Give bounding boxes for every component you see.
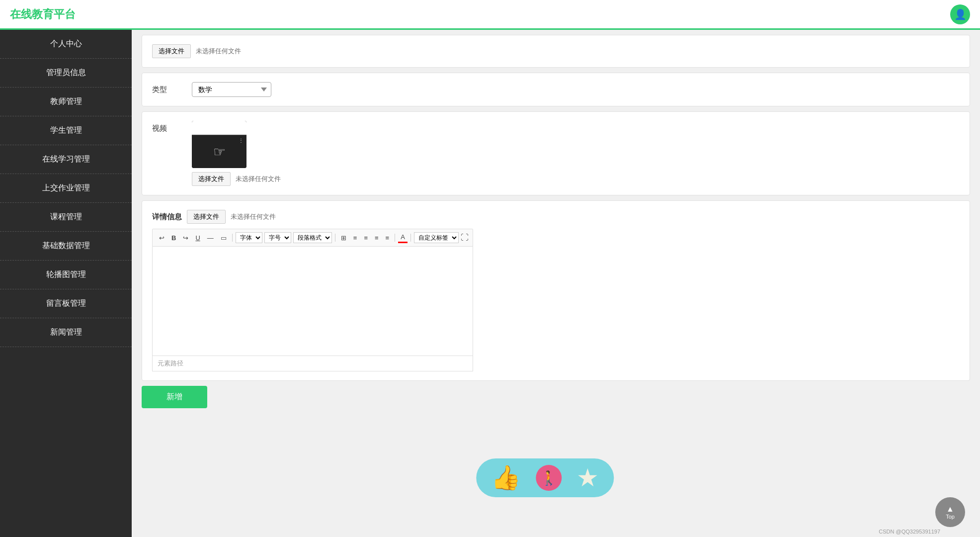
choose-file-button[interactable]: 选择文件 (152, 44, 191, 58)
choose-detail-file-button[interactable]: 选择文件 (187, 210, 226, 224)
font-color-button[interactable]: A (398, 232, 408, 243)
video-row: 视频 ⋮ ☞ 选择文件 未选择任何文件 (142, 111, 970, 195)
sidebar: 个人中心 管理员信息 教师管理 学生管理 在线学习管理 上交作业管理 课程管理 … (0, 30, 132, 537)
align-center-button[interactable]: ≡ (361, 233, 370, 243)
undo-button[interactable]: ↩ (157, 233, 167, 243)
sidebar-item-news[interactable]: 新闻管理 (0, 318, 132, 347)
bold-button[interactable]: B (169, 233, 178, 243)
video-main: ⋮ ☞ (192, 136, 246, 168)
paragraph-select[interactable]: 段落格式 (293, 232, 332, 243)
toolbar-right: ⛶ (461, 233, 469, 242)
sidebar-item-personal-center[interactable]: 个人中心 (0, 30, 132, 59)
submit-button[interactable]: 新增 (142, 386, 207, 408)
choose-video-button[interactable]: 选择文件 (192, 172, 231, 186)
underline-button[interactable]: U (193, 233, 202, 243)
type-content: 数学 语文 英语 物理 化学 (192, 82, 960, 97)
reaction-bar: 👍 🚶 ★ (476, 458, 614, 497)
video-content: ⋮ ☞ 选择文件 未选择任何文件 (192, 121, 281, 186)
no-file-label: 未选择任何文件 (196, 47, 241, 56)
toolbar-sep4 (410, 234, 411, 242)
thumbs-up-icon[interactable]: 👍 (491, 464, 521, 492)
align-left-button[interactable]: ≡ (351, 233, 360, 243)
star-icon[interactable]: ★ (576, 463, 599, 492)
type-select[interactable]: 数学 语文 英语 物理 化学 (192, 82, 271, 97)
video-preview: ⋮ ☞ (192, 121, 246, 168)
sidebar-item-teacher-management[interactable]: 教师管理 (0, 88, 132, 116)
sidebar-item-admin-info[interactable]: 管理员信息 (0, 59, 132, 88)
redo-button[interactable]: ↪ (180, 233, 191, 243)
video-file-controls: 选择文件 未选择任何文件 (192, 172, 281, 186)
cursor-icon: ☞ (213, 144, 226, 160)
toolbar-sep2 (335, 234, 335, 242)
sidebar-item-homework[interactable]: 上交作业管理 (0, 174, 132, 203)
video-no-file-label: 未选择任何文件 (236, 175, 281, 183)
custom-mark-select[interactable]: 自定义标签 (414, 232, 459, 243)
file-upload-content: 选择文件 未选择任何文件 (152, 44, 960, 58)
align-right-button[interactable]: ≡ (372, 233, 381, 243)
toolbar-sep3 (395, 234, 395, 242)
back-to-top-arrow: ▲ (946, 505, 954, 514)
app-title: 在线教育平台 (10, 7, 76, 22)
person-icon[interactable]: 🚶 (536, 465, 562, 491)
sidebar-item-course[interactable]: 课程管理 (0, 203, 132, 232)
dash-button[interactable]: — (205, 233, 216, 243)
sidebar-item-online-study[interactable]: 在线学习管理 (0, 145, 132, 174)
page-break-button[interactable]: ▭ (218, 233, 229, 243)
type-row: 类型 数学 语文 英语 物理 化学 (142, 73, 970, 106)
detail-row: 详情信息 选择文件 未选择任何文件 ↩ B ↪ U — ▭ 字体 (142, 200, 970, 381)
watermark: CSDN @QQ3295391197 (879, 529, 940, 535)
submit-row: 新增 (142, 386, 970, 408)
editor-toolbar: ↩ B ↪ U — ▭ 字体 字号 段落格式 (152, 229, 473, 247)
editor-content-area[interactable] (152, 247, 473, 356)
user-avatar[interactable]: 👤 (950, 4, 970, 24)
header: 在线教育平台 👤 (0, 0, 980, 30)
font-size-select[interactable]: 字号 (264, 232, 291, 243)
fullscreen-icon[interactable]: ⛶ (461, 233, 469, 242)
video-dots-icon: ⋮ (239, 138, 244, 143)
toolbar-sep1 (232, 234, 233, 242)
back-to-top-button[interactable]: ▲ Top (935, 497, 965, 527)
video-label: 视频 (152, 121, 192, 133)
table-button[interactable]: ⊞ (338, 233, 349, 243)
video-top-bar (192, 121, 246, 136)
rich-text-editor: ↩ B ↪ U — ▭ 字体 字号 段落格式 (152, 229, 473, 371)
justify-button[interactable]: ≡ (383, 233, 392, 243)
back-to-top-label: Top (946, 514, 955, 520)
detail-no-file-label: 未选择任何文件 (231, 212, 276, 221)
type-label: 类型 (152, 82, 192, 94)
sidebar-item-student-management[interactable]: 学生管理 (0, 116, 132, 145)
detail-header: 详情信息 选择文件 未选择任何文件 (152, 210, 276, 224)
sidebar-item-basic-data[interactable]: 基础数据管理 (0, 232, 132, 261)
editor-footer: 元素路径 (152, 356, 473, 371)
sidebar-item-banner[interactable]: 轮播图管理 (0, 261, 132, 289)
font-select[interactable]: 字体 (236, 232, 262, 243)
file-upload-row: 选择文件 未选择任何文件 (142, 35, 970, 68)
detail-label: 详情信息 (152, 212, 182, 222)
sidebar-item-message-board[interactable]: 留言板管理 (0, 289, 132, 318)
